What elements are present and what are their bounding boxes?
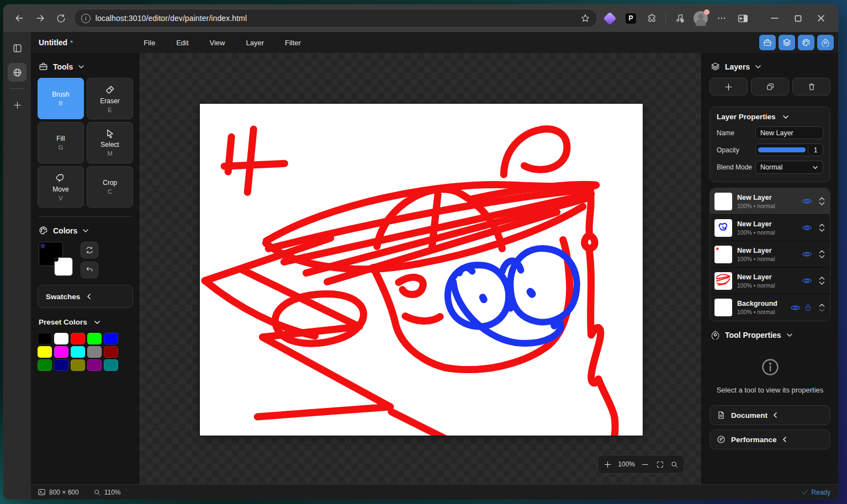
- preset-color-swatch[interactable]: [38, 359, 52, 371]
- minimize-button[interactable]: [763, 9, 786, 28]
- layer-row[interactable]: New Layer 100% • normal: [710, 215, 830, 241]
- preset-color-swatch[interactable]: [54, 359, 68, 371]
- preset-color-swatch[interactable]: [87, 359, 102, 371]
- site-info-icon[interactable]: i: [81, 14, 91, 23]
- url-text[interactable]: localhost:3010/editor/dev/painter/index.…: [96, 14, 575, 23]
- move-layer-up-icon[interactable]: [818, 276, 825, 280]
- preset-color-swatch[interactable]: [87, 333, 102, 344]
- move-layer-up-icon[interactable]: [818, 197, 825, 201]
- menu-file[interactable]: File: [139, 36, 160, 49]
- layer-row[interactable]: New Layer 100% • normal: [710, 188, 830, 215]
- active-tab-button[interactable]: [8, 63, 27, 82]
- opacity-slider[interactable]: 1: [755, 144, 823, 156]
- swatches-section[interactable]: Swatches: [38, 285, 133, 308]
- tool-fill[interactable]: Fill G: [38, 122, 84, 163]
- tool-eraser[interactable]: Eraser E: [87, 78, 133, 119]
- visibility-eye-icon[interactable]: [802, 277, 812, 285]
- check-icon: [801, 489, 808, 496]
- preset-color-swatch[interactable]: [54, 333, 68, 344]
- preset-color-swatch[interactable]: [71, 359, 85, 371]
- move-layer-down-icon[interactable]: [818, 201, 825, 206]
- extension-p-badge[interactable]: P: [623, 10, 639, 26]
- tool-select[interactable]: Select M: [87, 122, 133, 163]
- colors-header[interactable]: Colors: [39, 226, 132, 235]
- layer-row-background[interactable]: Background 100% • normal: [710, 294, 830, 321]
- extensions-button[interactable]: [644, 10, 660, 26]
- fit-screen-button[interactable]: [656, 460, 664, 469]
- zoom-tool-button[interactable]: [670, 460, 679, 469]
- tool-crop[interactable]: Crop C: [87, 166, 133, 208]
- tools-header[interactable]: Tools: [39, 62, 132, 71]
- move-layer-down-icon[interactable]: [818, 254, 825, 259]
- move-layer-up-icon[interactable]: [818, 303, 825, 307]
- performance-section[interactable]: Performance: [710, 429, 830, 449]
- preset-color-swatch[interactable]: [38, 333, 52, 344]
- toggle-tools-panel-button[interactable]: [759, 35, 776, 50]
- editor-viewport[interactable]: 100%: [139, 53, 701, 484]
- delete-layer-button[interactable]: [792, 78, 830, 96]
- media-controls-button[interactable]: [671, 10, 688, 26]
- zoom-in-button[interactable]: [604, 460, 612, 469]
- swap-colors-button[interactable]: [81, 242, 98, 258]
- tool-brush[interactable]: Brush B: [38, 78, 84, 119]
- layer-row[interactable]: New Layer 100% • normal: [710, 268, 830, 294]
- paint-canvas[interactable]: [200, 104, 643, 436]
- preset-color-swatch[interactable]: [71, 346, 85, 358]
- lock-icon[interactable]: [804, 303, 812, 312]
- toggle-layers-panel-button[interactable]: [779, 35, 795, 50]
- copilot-sidebar-button[interactable]: [734, 10, 751, 26]
- layers-header[interactable]: Layers: [711, 62, 829, 71]
- settings-button[interactable]: [817, 35, 834, 50]
- preset-color-swatch[interactable]: [71, 333, 85, 344]
- preset-color-swatch[interactable]: [104, 333, 118, 344]
- move-layer-up-icon[interactable]: [818, 223, 825, 227]
- zoom-out-button[interactable]: [641, 460, 649, 469]
- reset-colors-button[interactable]: [81, 262, 98, 278]
- layer-action-buttons: [710, 78, 830, 96]
- back-button[interactable]: [11, 10, 28, 26]
- blend-mode-select[interactable]: Normal: [755, 161, 823, 174]
- refresh-button[interactable]: [53, 10, 70, 26]
- document-section[interactable]: Document: [710, 405, 830, 425]
- tab-actions-button[interactable]: [8, 39, 27, 57]
- move-layer-down-icon[interactable]: [818, 228, 825, 232]
- preset-color-swatch[interactable]: [38, 346, 52, 358]
- visibility-eye-icon[interactable]: [802, 224, 812, 232]
- profile-button[interactable]: [692, 10, 709, 26]
- tool-move[interactable]: Move V: [38, 166, 84, 208]
- more-menu-button[interactable]: [713, 10, 730, 26]
- opacity-slider-track[interactable]: [758, 147, 806, 152]
- preset-color-swatch[interactable]: [104, 346, 118, 358]
- close-button[interactable]: [809, 9, 833, 28]
- layer-properties-header[interactable]: Layer Properties: [717, 113, 823, 121]
- forward-button[interactable]: [32, 10, 49, 26]
- tool-properties-header[interactable]: Tool Properties: [711, 330, 829, 339]
- maximize-button[interactable]: [786, 9, 809, 28]
- visibility-eye-icon[interactable]: [802, 250, 812, 258]
- extension-purple-diamond[interactable]: [602, 10, 618, 26]
- new-tab-button[interactable]: [8, 96, 27, 114]
- background-color-swatch[interactable]: [54, 257, 73, 276]
- preset-color-swatch[interactable]: [104, 359, 118, 371]
- visibility-eye-icon[interactable]: [802, 197, 812, 205]
- add-layer-button[interactable]: [710, 78, 748, 96]
- toggle-colors-panel-button[interactable]: [798, 35, 814, 50]
- menu-filter[interactable]: Filter: [280, 36, 305, 49]
- layer-thumbnail: [714, 299, 732, 316]
- visibility-eye-icon[interactable]: [790, 304, 801, 312]
- menu-view[interactable]: View: [205, 36, 230, 49]
- layer-row[interactable]: New Layer 100% • normal: [710, 241, 830, 268]
- preset-color-swatch[interactable]: [87, 346, 102, 358]
- layer-name-input[interactable]: New Layer: [755, 126, 823, 139]
- duplicate-layer-button[interactable]: [751, 78, 789, 96]
- preset-colors-header[interactable]: Preset Colors: [39, 318, 132, 326]
- menu-edit[interactable]: Edit: [172, 36, 193, 49]
- favorite-star-icon[interactable]: [580, 13, 590, 23]
- move-layer-down-icon[interactable]: [818, 308, 825, 312]
- menu-layer[interactable]: Layer: [241, 36, 268, 49]
- move-layer-up-icon[interactable]: [818, 250, 825, 254]
- preset-color-swatch[interactable]: [54, 346, 68, 358]
- layer-thumbnail: [714, 193, 732, 210]
- move-layer-down-icon[interactable]: [818, 281, 825, 285]
- address-bar[interactable]: i localhost:3010/editor/dev/painter/inde…: [74, 9, 597, 28]
